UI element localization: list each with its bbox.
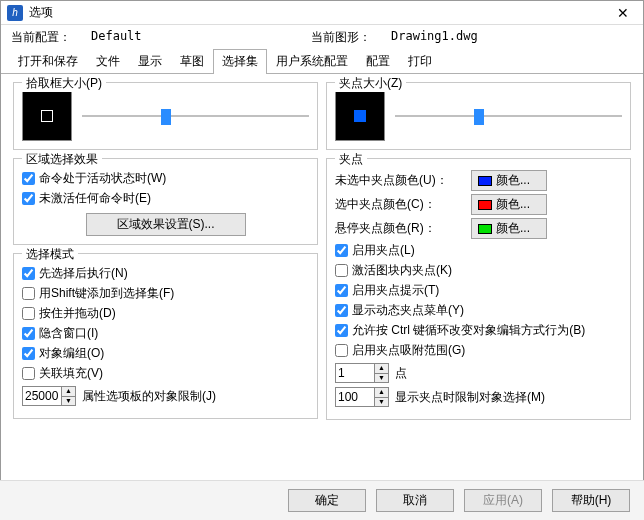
- grip-snap-points-label: 点: [395, 365, 407, 382]
- unselected-grip-color-button[interactable]: 颜色...: [471, 170, 547, 191]
- color-swatch-unselected: [478, 176, 492, 186]
- selected-grip-color-label: 选中夹点颜色(C)：: [335, 196, 465, 213]
- grip-preview: [335, 91, 385, 141]
- chk-enable-grips[interactable]: 启用夹点(L): [335, 242, 622, 259]
- current-drawing-label: 当前图形：: [311, 29, 391, 46]
- spinner-down-icon[interactable]: ▼: [61, 397, 75, 406]
- selected-grip-color-button[interactable]: 颜色...: [471, 194, 547, 215]
- chk-cmd-active[interactable]: 命令处于活动状态时(W): [22, 170, 309, 187]
- spinner-up-icon[interactable]: ▲: [374, 388, 388, 398]
- color-swatch-hover: [478, 224, 492, 234]
- close-icon[interactable]: ✕: [609, 5, 637, 21]
- pickbox-preview: [22, 91, 72, 141]
- chk-assoc-hatch[interactable]: 关联填充(V): [22, 365, 309, 382]
- chk-dynamic-grip-menu[interactable]: 显示动态夹点菜单(Y): [335, 302, 622, 319]
- tab-print[interactable]: 打印: [399, 49, 441, 74]
- current-drawing-value: Drawing1.dwg: [391, 29, 611, 46]
- grip-object-limit-label: 显示夹点时限制对象选择(M): [395, 389, 545, 406]
- spinner-down-icon[interactable]: ▼: [374, 374, 388, 383]
- unselected-grip-color-label: 未选中夹点颜色(U)：: [335, 172, 465, 189]
- help-button[interactable]: 帮助(H): [552, 489, 630, 512]
- grip-size-slider[interactable]: [395, 106, 622, 126]
- chk-object-group[interactable]: 对象编组(O): [22, 345, 309, 362]
- current-config-label: 当前配置：: [11, 29, 91, 46]
- current-config-value: Default: [91, 29, 311, 46]
- color-swatch-selected: [478, 200, 492, 210]
- tab-selection[interactable]: 选择集: [213, 49, 267, 74]
- ok-button[interactable]: 确定: [288, 489, 366, 512]
- tab-display[interactable]: 显示: [129, 49, 171, 74]
- grip-legend: 夹点: [335, 151, 367, 168]
- pickbox-size-slider[interactable]: [82, 106, 309, 126]
- tab-user-sys[interactable]: 用户系统配置: [267, 49, 357, 74]
- prop-palette-limit-label: 属性选项板的对象限制(J): [82, 388, 216, 405]
- apply-button[interactable]: 应用(A): [464, 489, 542, 512]
- region-effect-legend: 区域选择效果: [22, 151, 102, 168]
- chk-noun-verb[interactable]: 先选择后执行(N): [22, 265, 309, 282]
- tab-file[interactable]: 文件: [87, 49, 129, 74]
- selection-mode-legend: 选择模式: [22, 246, 78, 263]
- hover-grip-color-button[interactable]: 颜色...: [471, 218, 547, 239]
- spinner-down-icon[interactable]: ▼: [374, 398, 388, 407]
- tab-open-save[interactable]: 打开和保存: [9, 49, 87, 74]
- spinner-up-icon[interactable]: ▲: [374, 364, 388, 374]
- chk-grip-tips[interactable]: 启用夹点提示(T): [335, 282, 622, 299]
- tab-config[interactable]: 配置: [357, 49, 399, 74]
- grip-size-legend: 夹点大小(Z): [335, 75, 406, 92]
- cancel-button[interactable]: 取消: [376, 489, 454, 512]
- chk-implied-window[interactable]: 隐含窗口(I): [22, 325, 309, 342]
- tab-draft[interactable]: 草图: [171, 49, 213, 74]
- grip-snap-points-input[interactable]: ▲▼: [335, 363, 389, 383]
- chk-ctrl-cycle[interactable]: 允许按 Ctrl 键循环改变对象编辑方式行为(B): [335, 322, 622, 339]
- chk-press-drag[interactable]: 按住并拖动(D): [22, 305, 309, 322]
- hover-grip-color-label: 悬停夹点颜色(R)：: [335, 220, 465, 237]
- chk-grip-snap-range[interactable]: 启用夹点吸附范围(G): [335, 342, 622, 359]
- region-effect-settings-button[interactable]: 区域效果设置(S)...: [86, 213, 246, 236]
- chk-shift-add[interactable]: 用Shift键添加到选择集(F): [22, 285, 309, 302]
- chk-grips-in-blocks[interactable]: 激活图块内夹点(K): [335, 262, 622, 279]
- app-icon: h: [7, 5, 23, 21]
- spinner-up-icon[interactable]: ▲: [61, 387, 75, 397]
- chk-cmd-inactive[interactable]: 未激活任何命令时(E): [22, 190, 309, 207]
- prop-palette-limit-input[interactable]: ▲▼: [22, 386, 76, 406]
- pickbox-size-legend: 拾取框大小(P): [22, 75, 106, 92]
- grip-object-limit-input[interactable]: ▲▼: [335, 387, 389, 407]
- window-title: 选项: [29, 4, 609, 21]
